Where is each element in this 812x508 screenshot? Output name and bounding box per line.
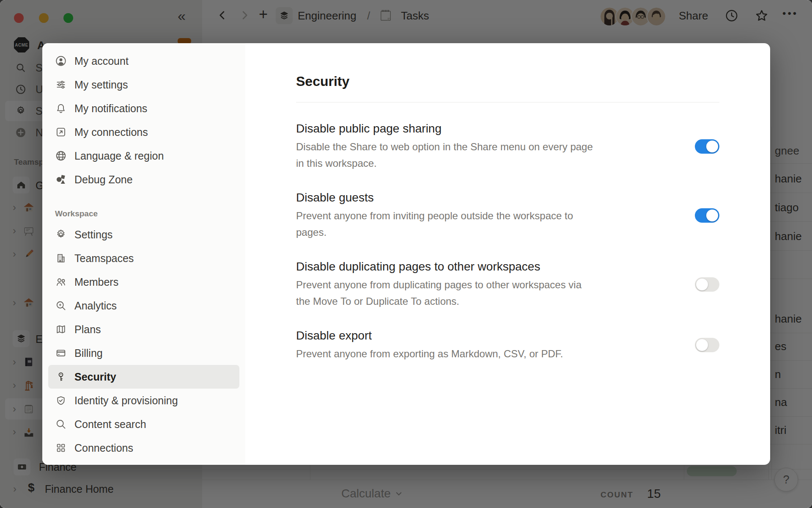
settings-sidebar: My account My settings My notifications … <box>42 43 245 465</box>
sidebar-item-content-search[interactable]: Content search <box>48 412 239 436</box>
sidebar-item-my-account[interactable]: My account <box>48 49 239 73</box>
settings-panel-security: Security Disable public page sharing Dis… <box>245 43 770 465</box>
people-icon <box>55 276 67 288</box>
sidebar-item-identity-provisioning[interactable]: Identity & provisioning <box>48 389 239 412</box>
shapes-icon <box>55 174 67 185</box>
setting-title: Disable export <box>296 328 695 343</box>
setting-row-disable-public-sharing: Disable public page sharing Disable the … <box>296 121 719 171</box>
search-icon <box>55 418 67 430</box>
setting-row-disable-guests: Disable guests Prevent anyone from invit… <box>296 190 719 240</box>
map-icon <box>55 323 67 335</box>
sidebar-item-debug-zone[interactable]: Debug Zone <box>48 168 239 191</box>
sidebar-item-language-region[interactable]: Language & region <box>48 144 239 168</box>
app-window: « ACME A S U S N Teamsp G › <box>0 0 812 508</box>
setting-description: Prevent anyone from duplicating pages to… <box>296 276 695 309</box>
sidebar-item-connections[interactable]: Connections <box>48 436 239 460</box>
toggle-disable-guests[interactable] <box>695 208 719 223</box>
globe-icon <box>55 150 67 162</box>
sidebar-item-teamspaces[interactable]: Teamspaces <box>48 246 239 270</box>
shield-check-icon <box>55 395 67 406</box>
grid-icon <box>55 442 67 454</box>
setting-title: Disable public page sharing <box>296 121 695 136</box>
arrow-up-right-square-icon <box>55 126 67 138</box>
toggle-disable-public-sharing[interactable] <box>695 139 719 154</box>
building-icon <box>55 252 67 264</box>
sidebar-item-billing[interactable]: Billing <box>48 341 239 365</box>
setting-title: Disable guests <box>296 190 695 205</box>
settings-modal: My account My settings My notifications … <box>42 43 770 465</box>
magnifier-sparkle-icon <box>55 300 67 312</box>
key-icon <box>55 371 67 383</box>
sliders-icon <box>55 79 67 91</box>
setting-description: Disable the Share to web option in the S… <box>296 138 695 171</box>
setting-description: Prevent anyone from exporting as Markdow… <box>296 345 695 362</box>
sidebar-item-security[interactable]: Security <box>48 365 239 389</box>
sidebar-item-plans[interactable]: Plans <box>48 318 239 341</box>
bell-icon <box>55 102 67 114</box>
setting-title: Disable duplicating pages to other works… <box>296 259 695 274</box>
sidebar-item-my-settings[interactable]: My settings <box>48 73 239 97</box>
page-title: Security <box>296 74 719 89</box>
person-circle-icon <box>55 55 67 67</box>
sidebar-item-members[interactable]: Members <box>48 270 239 294</box>
setting-row-disable-export: Disable export Prevent anyone from expor… <box>296 328 719 362</box>
gear-icon <box>55 229 67 240</box>
credit-card-icon <box>55 347 67 359</box>
sidebar-item-settings[interactable]: Settings <box>48 223 239 246</box>
toggle-disable-duplicating[interactable] <box>695 277 719 292</box>
sidebar-item-my-connections[interactable]: My connections <box>48 120 239 144</box>
sidebar-item-analytics[interactable]: Analytics <box>48 294 239 318</box>
toggle-disable-export[interactable] <box>695 338 719 352</box>
sidebar-item-my-notifications[interactable]: My notifications <box>48 97 239 120</box>
setting-row-disable-duplicating: Disable duplicating pages to other works… <box>296 259 719 309</box>
setting-description: Prevent anyone from inviting people outs… <box>296 207 695 240</box>
workspace-section-header: Workspace <box>55 209 245 218</box>
divider <box>296 102 719 102</box>
